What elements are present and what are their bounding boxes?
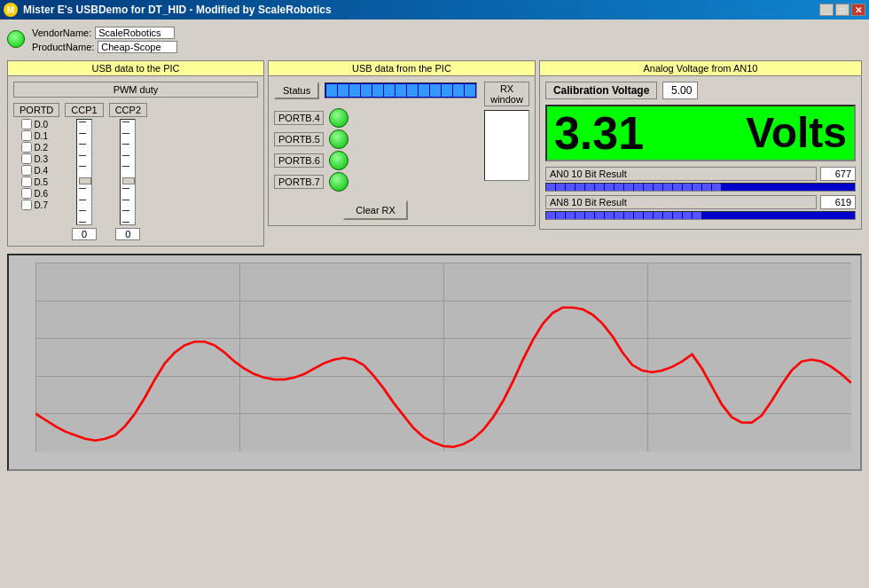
portb5-label: PORTB.5 <box>274 132 324 146</box>
chart-inner: 5 4 3 2 1 0 Volts <box>35 263 851 451</box>
an8-label: AN8 10 Bit Result <box>545 195 817 209</box>
portd-4-checkbox[interactable] <box>21 165 32 176</box>
ccp2-slider-container: 0 <box>115 119 140 240</box>
vendor-info: VendorName: ScaleRobotics ProductName: C… <box>32 27 177 53</box>
clear-rx-button[interactable]: Clear RX <box>343 200 408 220</box>
minimize-button[interactable]: _ <box>819 4 834 16</box>
portb5-led <box>329 129 348 149</box>
title-bar-buttons: _ □ ✕ <box>819 4 865 16</box>
waveform-line <box>35 308 851 447</box>
portb7-label: PORTB.7 <box>274 175 324 189</box>
ccp1-label: CCP1 <box>65 103 103 117</box>
an8-value: 619 <box>820 195 856 209</box>
middle-row: USB data to the PIC PWM duty PORTD D.0 D… <box>4 60 865 247</box>
portd-col: PORTD D.0 D.1 D.2 D.3 D.4 D.5 D.6 D.7 <box>13 103 59 240</box>
calib-row: Calibration Voltage 5.00 <box>545 82 856 99</box>
voltage-number: 3.31 <box>554 110 644 156</box>
portd-2-checkbox[interactable] <box>21 142 32 153</box>
usb-to-pic-header: USB data to the PIC <box>8 61 263 76</box>
status-button[interactable]: Status <box>274 82 319 99</box>
vendor-name-value: ScaleRobotics <box>95 27 175 39</box>
voltage-unit: Volts <box>746 112 847 154</box>
an8-bar <box>545 211 856 220</box>
product-name-label: ProductName: <box>32 42 94 52</box>
portd-7-checkbox[interactable] <box>21 200 32 210</box>
portd-5-checkbox[interactable] <box>21 176 32 187</box>
portb6-row: PORTB.6 <box>274 151 477 170</box>
portb5-row: PORTB.5 <box>274 129 477 149</box>
an8-row: AN8 10 Bit Result 619 <box>545 195 856 209</box>
portd-checkboxes: D.0 D.1 D.2 D.3 D.4 D.5 D.6 D.7 <box>21 119 48 210</box>
portd-label: PORTD <box>13 103 59 117</box>
rx-section: RX window <box>484 82 529 220</box>
status-progress-bar <box>325 82 477 98</box>
portb7-row: PORTB.7 <box>274 172 477 192</box>
window-title: Mister E's USBDemo for DT_HID - Modified… <box>23 4 332 16</box>
ccp2-value: 0 <box>115 228 140 240</box>
chart-svg <box>35 263 851 451</box>
title-bar: M Mister E's USBDemo for DT_HID - Modifi… <box>0 0 869 20</box>
status-row: Status <box>274 82 477 99</box>
vendor-name-label: VendorName: <box>32 27 91 38</box>
analog-panel: Analog Voltage from AN10 Calibration Vol… <box>539 60 862 230</box>
an0-row: AN0 10 Bit Result 677 <box>545 167 856 181</box>
ccp1-slider-container: 0 <box>72 119 97 240</box>
calib-label: Calibration Voltage <box>545 82 657 99</box>
portb-rows: PORTB.4 PORTB.5 PORTB.6 PORTB.7 <box>274 108 477 192</box>
voltage-display: 3.31 Volts <box>545 105 856 161</box>
an0-bar <box>545 183 856 192</box>
portb6-led <box>329 151 348 170</box>
ccp1-value: 0 <box>72 228 97 240</box>
ccp2-label: CCP2 <box>109 103 147 117</box>
ccp2-slider-track[interactable] <box>120 119 136 225</box>
an0-label: AN0 10 Bit Result <box>545 167 817 181</box>
port-sliders: PORTD D.0 D.1 D.2 D.3 D.4 D.5 D.6 D.7 <box>13 103 258 240</box>
ccp2-col: CCP2 0 <box>109 103 147 240</box>
an0-value: 677 <box>820 167 856 181</box>
app-icon: M <box>4 3 18 17</box>
close-button[interactable]: ✕ <box>851 4 865 16</box>
portb4-label: PORTB.4 <box>274 111 324 125</box>
portb4-row: PORTB.4 <box>274 108 477 128</box>
pwm-label: PWM duty <box>13 82 258 98</box>
portb7-led <box>329 172 348 192</box>
ccp1-slider-track[interactable] <box>76 119 92 225</box>
calib-value: 5.00 <box>662 82 698 99</box>
rx-window[interactable] <box>484 110 529 181</box>
portd-1-checkbox[interactable] <box>21 130 32 141</box>
chart-container: 5 4 3 2 1 0 Volts <box>7 254 862 471</box>
product-name-value: Cheap-Scope <box>98 41 177 53</box>
portd-6-checkbox[interactable] <box>21 188 32 199</box>
portd-0-checkbox[interactable] <box>21 119 32 129</box>
usb-from-pic-header: USB data from the PIC <box>269 61 535 76</box>
analog-header: Analog Voltage from AN10 <box>540 61 861 76</box>
top-info-row: VendorName: ScaleRobotics ProductName: C… <box>4 23 865 57</box>
maximize-button[interactable]: □ <box>835 4 849 16</box>
usb-from-pic-panel: USB data from the PIC Status <box>268 60 536 226</box>
ccp1-col: CCP1 0 <box>65 103 103 240</box>
status-led <box>7 30 25 48</box>
usb-to-pic-panel: USB data to the PIC PWM duty PORTD D.0 D… <box>7 60 264 247</box>
portd-3-checkbox[interactable] <box>21 153 32 164</box>
portb4-led <box>329 108 348 128</box>
rx-window-label: RX window <box>484 82 529 106</box>
portb6-label: PORTB.6 <box>274 153 324 168</box>
